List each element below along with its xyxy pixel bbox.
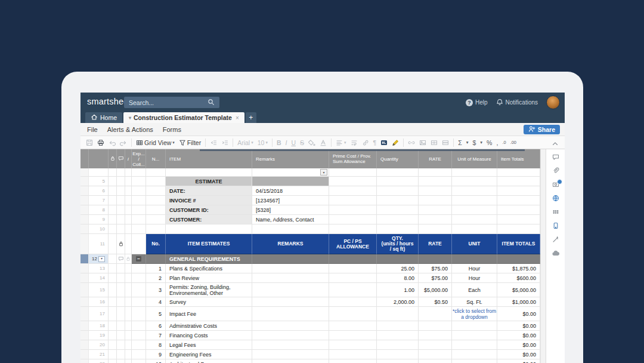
cell-pcps[interactable] <box>329 264 377 273</box>
cell-no[interactable]: 9 <box>146 350 166 359</box>
row-select-gutter[interactable] <box>80 297 89 307</box>
cell-qty[interactable]: 1.00 <box>377 283 419 297</box>
toolbar-grid-icon[interactable]: Grid View▾ <box>136 139 175 146</box>
activity-log-icon[interactable] <box>552 208 560 216</box>
cell-no[interactable] <box>146 205 166 215</box>
section-cell-item[interactable]: GENERAL REQUIREMENTS <box>166 254 252 264</box>
toolbar-text-▾-button[interactable]: ▾ <box>480 140 482 145</box>
cell-comment[interactable] <box>117 205 125 215</box>
backup-icon[interactable] <box>552 250 560 257</box>
toolbar-text-$-button[interactable]: $ <box>472 139 476 146</box>
cell-item[interactable] <box>166 224 252 234</box>
cell-rate[interactable] <box>419 168 452 177</box>
cell-no[interactable]: 5 <box>146 307 166 321</box>
cell-comment[interactable] <box>117 168 125 177</box>
cell-lock[interactable] <box>109 321 117 331</box>
cell-comment[interactable] <box>117 331 125 340</box>
cell-expand-collapse[interactable] <box>132 186 146 196</box>
row-number[interactable]: 20 <box>89 340 109 350</box>
cell-item[interactable]: CUSTOMER: <box>166 215 252 224</box>
row-select-gutter[interactable] <box>80 331 89 340</box>
section-cell-no[interactable] <box>146 254 166 264</box>
cell-item[interactable]: Engineering Fees <box>166 350 252 359</box>
cell-comment[interactable] <box>117 321 125 331</box>
cell-no[interactable] <box>146 177 166 186</box>
cell-comment[interactable] <box>117 215 125 224</box>
row-number[interactable]: 15 <box>89 283 109 297</box>
toolbar-print-icon[interactable] <box>97 139 104 146</box>
toolbar-text-.00-button[interactable]: .00 <box>510 140 516 145</box>
section-cell-qty[interactable] <box>377 254 419 264</box>
cell-info[interactable] <box>125 234 132 254</box>
cell-comment[interactable] <box>117 350 125 359</box>
cell-info[interactable] <box>125 321 132 331</box>
cell-lock[interactable] <box>109 177 117 186</box>
cell-expand-collapse[interactable] <box>132 177 146 186</box>
cell-no[interactable]: 3 <box>146 283 166 297</box>
cell-lock[interactable] <box>109 186 117 196</box>
column-header-info[interactable]: i <box>125 149 132 168</box>
row-number[interactable]: 16 <box>89 297 109 307</box>
toolbar-text-10-button[interactable]: 10▾ <box>258 139 268 146</box>
cell-unit[interactable]: Each <box>452 283 497 297</box>
cell-remarks[interactable]: ▾ <box>252 168 329 177</box>
column-header-pcps[interactable]: Prime Cost / Prov. Sum Allowance <box>329 149 377 168</box>
cell-pcps[interactable] <box>329 224 377 234</box>
toolbar-collapse-icon[interactable] <box>552 139 559 150</box>
cell-expand-collapse[interactable] <box>132 297 146 307</box>
cell-rate[interactable] <box>419 340 452 350</box>
row-number[interactable]: 19 <box>89 331 109 340</box>
cell-rate[interactable] <box>419 205 452 215</box>
cell-expand-collapse[interactable] <box>132 264 146 273</box>
cell-expand-collapse[interactable] <box>132 234 146 254</box>
cell-remarks[interactable] <box>252 283 329 297</box>
cell-rate[interactable]: $0.50 <box>419 297 452 307</box>
toolbar-text-,-button[interactable]: , <box>496 139 498 146</box>
row-select-gutter[interactable] <box>80 264 89 273</box>
row-number[interactable]: 8 <box>89 205 109 215</box>
header-cell-qty[interactable]: QTY. (units / hours / sq ft) <box>377 234 419 254</box>
cell-comment[interactable] <box>117 224 125 234</box>
cell-rate[interactable] <box>419 321 452 331</box>
cell-info[interactable] <box>125 215 132 224</box>
section-cell-totals[interactable] <box>497 254 540 264</box>
cell-unit[interactable] <box>452 205 497 215</box>
cell-qty[interactable]: 2,000.00 <box>377 297 419 307</box>
cell-qty[interactable] <box>377 215 419 224</box>
user-avatar[interactable] <box>546 96 560 109</box>
row-number[interactable]: 10 <box>89 224 109 234</box>
cell-lock[interactable] <box>109 234 117 254</box>
cell-item[interactable]: Impact Fee <box>166 307 252 321</box>
toolbar-redo-icon[interactable] <box>120 139 127 146</box>
cell-pcps[interactable] <box>329 283 377 297</box>
cell-pcps[interactable] <box>329 321 377 331</box>
cell-totals[interactable] <box>497 215 540 224</box>
row-number[interactable]: 12▾ <box>89 254 109 264</box>
cell-comment[interactable] <box>117 186 125 196</box>
cell-lock[interactable] <box>109 350 117 359</box>
cell-totals[interactable]: $0.00 <box>497 359 540 363</box>
cell-unit[interactable] <box>452 321 497 331</box>
cell-expand-collapse[interactable] <box>132 307 146 321</box>
cell-totals[interactable]: $1,000.00 <box>497 297 540 307</box>
row-select-gutter[interactable] <box>80 283 89 297</box>
notifications-button[interactable]: Notifications <box>496 99 538 107</box>
row-number[interactable]: 21 <box>89 350 109 359</box>
cell-item[interactable]: Legal Fees <box>166 340 252 350</box>
cell-remarks[interactable] <box>252 273 329 283</box>
search-icon[interactable] <box>208 97 215 108</box>
cell-expand-collapse[interactable]: − <box>132 254 146 264</box>
row-number[interactable]: 5 <box>89 177 109 186</box>
column-header-comment[interactable] <box>117 149 125 168</box>
cell-qty[interactable] <box>377 196 419 205</box>
cell-qty[interactable] <box>377 224 419 234</box>
cell-info[interactable] <box>125 264 132 273</box>
cell-pcps[interactable] <box>329 273 377 283</box>
row-select-gutter[interactable] <box>80 168 89 177</box>
cell-no[interactable]: 7 <box>146 331 166 340</box>
row-select-gutter[interactable] <box>80 359 89 363</box>
cell-unit[interactable] <box>452 224 497 234</box>
cell-qty[interactable] <box>377 205 419 215</box>
integrations-icon[interactable] <box>552 236 560 243</box>
cell-lock[interactable] <box>109 297 117 307</box>
